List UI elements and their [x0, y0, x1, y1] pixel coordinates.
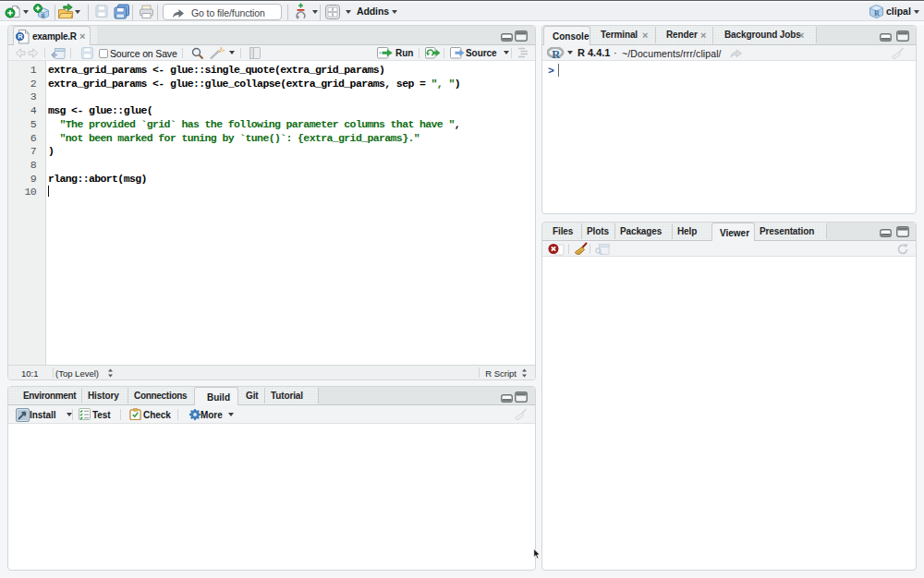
svg-text:R: R [18, 32, 23, 41]
svg-text:R: R [42, 13, 46, 18]
svg-text:R: R [874, 9, 880, 18]
svg-text:R: R [552, 48, 561, 59]
